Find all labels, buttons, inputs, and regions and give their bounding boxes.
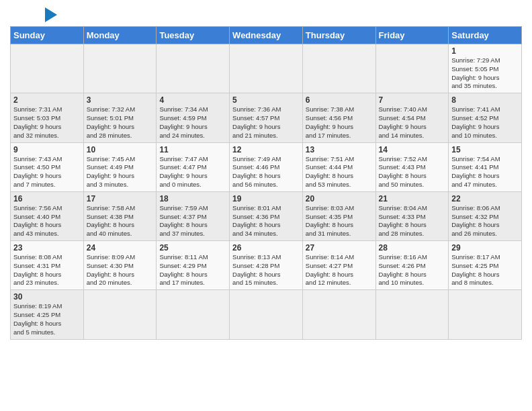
day-number: 3 — [87, 95, 154, 105]
calendar-cell — [157, 290, 230, 339]
day-info: Sunrise: 7:43 AM Sunset: 4:50 PM Dayligh… — [13, 155, 81, 189]
calendar-cell: 17Sunrise: 7:58 AM Sunset: 4:38 PM Dayli… — [83, 191, 157, 240]
day-info: Sunrise: 7:38 AM Sunset: 4:56 PM Dayligh… — [306, 105, 373, 140]
day-number: 12 — [232, 145, 300, 154]
day-info: Sunrise: 7:29 AM Sunset: 5:05 PM Dayligh… — [451, 56, 519, 91]
day-number: 7 — [379, 95, 446, 105]
day-number: 20 — [306, 194, 373, 203]
day-number: 14 — [379, 145, 446, 154]
calendar-cell: 4Sunrise: 7:34 AM Sunset: 4:59 PM Daylig… — [157, 93, 230, 142]
calendar-cell: 12Sunrise: 7:49 AM Sunset: 4:46 PM Dayli… — [230, 142, 303, 191]
col-header-monday: Monday — [83, 27, 157, 44]
calendar-cell — [230, 290, 303, 339]
day-number: 1 — [451, 46, 519, 56]
calendar-cell: 24Sunrise: 8:09 AM Sunset: 4:30 PM Dayli… — [83, 241, 157, 290]
calendar-cell: 11Sunrise: 7:47 AM Sunset: 4:47 PM Dayli… — [157, 142, 230, 191]
day-number: 22 — [451, 194, 519, 203]
calendar-cell: 30Sunrise: 8:19 AM Sunset: 4:25 PM Dayli… — [11, 290, 84, 339]
calendar-cell: 14Sunrise: 7:52 AM Sunset: 4:43 PM Dayli… — [375, 142, 449, 191]
calendar-cell: 5Sunrise: 7:36 AM Sunset: 4:57 PM Daylig… — [230, 93, 303, 142]
day-number: 27 — [306, 243, 373, 253]
calendar-cell: 21Sunrise: 8:04 AM Sunset: 4:33 PM Dayli… — [375, 191, 449, 240]
calendar-cell — [83, 290, 157, 339]
calendar-cell — [11, 44, 84, 93]
day-info: Sunrise: 7:49 AM Sunset: 4:46 PM Dayligh… — [232, 155, 300, 189]
day-info: Sunrise: 8:04 AM Sunset: 4:33 PM Dayligh… — [379, 204, 446, 238]
day-info: Sunrise: 7:36 AM Sunset: 4:57 PM Dayligh… — [232, 105, 300, 140]
day-number: 19 — [232, 194, 300, 203]
day-info: Sunrise: 8:13 AM Sunset: 4:28 PM Dayligh… — [232, 253, 300, 287]
day-number: 26 — [232, 243, 300, 253]
day-number: 16 — [13, 194, 81, 203]
calendar-cell: 22Sunrise: 8:06 AM Sunset: 4:32 PM Dayli… — [449, 191, 522, 240]
day-number: 28 — [379, 243, 446, 253]
day-info: Sunrise: 7:41 AM Sunset: 4:52 PM Dayligh… — [451, 105, 519, 140]
calendar-cell: 1Sunrise: 7:29 AM Sunset: 5:05 PM Daylig… — [449, 44, 522, 93]
calendar-table: SundayMondayTuesdayWednesdayThursdayFrid… — [10, 26, 522, 340]
day-info: Sunrise: 8:03 AM Sunset: 4:35 PM Dayligh… — [306, 204, 373, 238]
day-info: Sunrise: 8:01 AM Sunset: 4:36 PM Dayligh… — [232, 204, 300, 238]
calendar-cell — [449, 290, 522, 339]
day-number: 5 — [232, 95, 300, 105]
day-info: Sunrise: 7:45 AM Sunset: 4:49 PM Dayligh… — [87, 155, 154, 189]
calendar-cell: 20Sunrise: 8:03 AM Sunset: 4:35 PM Dayli… — [302, 191, 375, 240]
col-header-saturday: Saturday — [449, 27, 522, 44]
day-number: 9 — [13, 145, 81, 154]
day-number: 13 — [306, 145, 373, 154]
day-info: Sunrise: 7:54 AM Sunset: 4:41 PM Dayligh… — [451, 155, 519, 189]
calendar-cell: 13Sunrise: 7:51 AM Sunset: 4:44 PM Dayli… — [302, 142, 375, 191]
day-number: 17 — [87, 194, 154, 203]
day-number: 11 — [159, 145, 226, 154]
day-number: 25 — [159, 243, 226, 253]
calendar-cell: 9Sunrise: 7:43 AM Sunset: 4:50 PM Daylig… — [11, 142, 84, 191]
calendar-cell — [157, 44, 230, 93]
day-info: Sunrise: 7:51 AM Sunset: 4:44 PM Dayligh… — [306, 155, 373, 189]
day-number: 24 — [87, 243, 154, 253]
calendar-cell: 8Sunrise: 7:41 AM Sunset: 4:52 PM Daylig… — [449, 93, 522, 142]
col-header-wednesday: Wednesday — [230, 27, 303, 44]
day-info: Sunrise: 7:58 AM Sunset: 4:38 PM Dayligh… — [87, 204, 154, 238]
calendar-cell: 26Sunrise: 8:13 AM Sunset: 4:28 PM Dayli… — [230, 241, 303, 290]
header — [10, 7, 522, 22]
calendar-cell — [302, 44, 375, 93]
day-info: Sunrise: 8:19 AM Sunset: 4:25 PM Dayligh… — [13, 302, 81, 336]
day-info: Sunrise: 8:16 AM Sunset: 4:26 PM Dayligh… — [379, 253, 446, 287]
day-number: 21 — [379, 194, 446, 203]
day-number: 15 — [451, 145, 519, 154]
day-info: Sunrise: 8:09 AM Sunset: 4:30 PM Dayligh… — [87, 253, 154, 287]
calendar-cell: 28Sunrise: 8:16 AM Sunset: 4:26 PM Dayli… — [375, 241, 449, 290]
calendar-cell: 23Sunrise: 8:08 AM Sunset: 4:31 PM Dayli… — [11, 241, 84, 290]
calendar-cell: 6Sunrise: 7:38 AM Sunset: 4:56 PM Daylig… — [302, 93, 375, 142]
day-info: Sunrise: 7:56 AM Sunset: 4:40 PM Dayligh… — [13, 204, 81, 238]
calendar-cell: 10Sunrise: 7:45 AM Sunset: 4:49 PM Dayli… — [83, 142, 157, 191]
day-info: Sunrise: 7:47 AM Sunset: 4:47 PM Dayligh… — [159, 155, 226, 189]
day-info: Sunrise: 8:17 AM Sunset: 4:25 PM Dayligh… — [451, 253, 519, 287]
calendar-cell — [375, 44, 449, 93]
calendar-cell: 25Sunrise: 8:11 AM Sunset: 4:29 PM Dayli… — [157, 241, 230, 290]
day-info: Sunrise: 8:11 AM Sunset: 4:29 PM Dayligh… — [159, 253, 226, 287]
calendar-cell: 19Sunrise: 8:01 AM Sunset: 4:36 PM Dayli… — [230, 191, 303, 240]
day-info: Sunrise: 7:34 AM Sunset: 4:59 PM Dayligh… — [159, 105, 226, 140]
day-info: Sunrise: 8:06 AM Sunset: 4:32 PM Dayligh… — [451, 204, 519, 238]
col-header-friday: Friday — [375, 27, 449, 44]
col-header-sunday: Sunday — [11, 27, 84, 44]
day-info: Sunrise: 8:14 AM Sunset: 4:27 PM Dayligh… — [306, 253, 373, 287]
calendar-cell: 3Sunrise: 7:32 AM Sunset: 5:01 PM Daylig… — [83, 93, 157, 142]
day-number: 23 — [13, 243, 81, 253]
calendar-cell: 2Sunrise: 7:31 AM Sunset: 5:03 PM Daylig… — [11, 93, 84, 142]
calendar-cell: 18Sunrise: 7:59 AM Sunset: 4:37 PM Dayli… — [157, 191, 230, 240]
calendar-cell: 27Sunrise: 8:14 AM Sunset: 4:27 PM Dayli… — [302, 241, 375, 290]
logo-icon — [45, 7, 57, 22]
day-number: 30 — [13, 292, 81, 302]
calendar-cell — [83, 44, 157, 93]
day-number: 18 — [159, 194, 226, 203]
day-info: Sunrise: 7:52 AM Sunset: 4:43 PM Dayligh… — [379, 155, 446, 189]
day-number: 10 — [87, 145, 154, 154]
calendar-cell: 15Sunrise: 7:54 AM Sunset: 4:41 PM Dayli… — [449, 142, 522, 191]
day-number: 6 — [306, 95, 373, 105]
day-number: 8 — [451, 95, 519, 105]
day-info: Sunrise: 8:08 AM Sunset: 4:31 PM Dayligh… — [13, 253, 81, 287]
calendar-cell: 16Sunrise: 7:56 AM Sunset: 4:40 PM Dayli… — [11, 191, 84, 240]
day-number: 2 — [13, 95, 81, 105]
day-info: Sunrise: 7:31 AM Sunset: 5:03 PM Dayligh… — [13, 105, 81, 140]
